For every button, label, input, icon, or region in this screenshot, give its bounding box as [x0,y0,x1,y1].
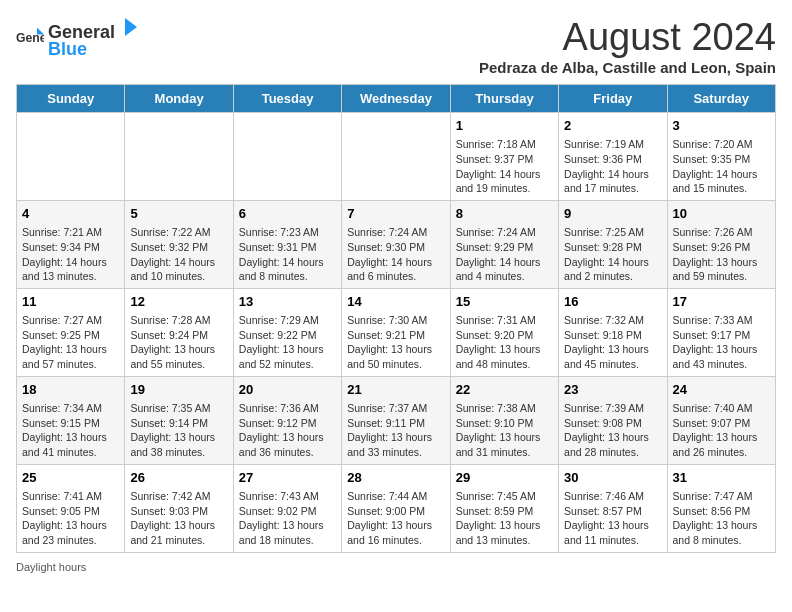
header-row: SundayMondayTuesdayWednesdayThursdayFrid… [17,85,776,113]
day-number: 3 [673,117,770,135]
day-number: 27 [239,469,336,487]
day-number: 11 [22,293,119,311]
day-info: Sunrise: 7:19 AM Sunset: 9:36 PM Dayligh… [564,137,661,196]
calendar-cell: 10Sunrise: 7:26 AM Sunset: 9:26 PM Dayli… [667,200,775,288]
day-number: 23 [564,381,661,399]
day-info: Sunrise: 7:46 AM Sunset: 8:57 PM Dayligh… [564,489,661,548]
calendar-cell: 6Sunrise: 7:23 AM Sunset: 9:31 PM Daylig… [233,200,341,288]
day-info: Sunrise: 7:27 AM Sunset: 9:25 PM Dayligh… [22,313,119,372]
day-info: Sunrise: 7:23 AM Sunset: 9:31 PM Dayligh… [239,225,336,284]
calendar-cell: 30Sunrise: 7:46 AM Sunset: 8:57 PM Dayli… [559,464,667,552]
day-info: Sunrise: 7:25 AM Sunset: 9:28 PM Dayligh… [564,225,661,284]
calendar-cell: 25Sunrise: 7:41 AM Sunset: 9:05 PM Dayli… [17,464,125,552]
week-row-4: 18Sunrise: 7:34 AM Sunset: 9:15 PM Dayli… [17,376,776,464]
calendar-cell: 20Sunrise: 7:36 AM Sunset: 9:12 PM Dayli… [233,376,341,464]
day-info: Sunrise: 7:42 AM Sunset: 9:03 PM Dayligh… [130,489,227,548]
calendar-cell [233,113,341,201]
day-number: 25 [22,469,119,487]
calendar-cell: 4Sunrise: 7:21 AM Sunset: 9:34 PM Daylig… [17,200,125,288]
day-number: 14 [347,293,444,311]
day-info: Sunrise: 7:21 AM Sunset: 9:34 PM Dayligh… [22,225,119,284]
week-row-5: 25Sunrise: 7:41 AM Sunset: 9:05 PM Dayli… [17,464,776,552]
day-number: 1 [456,117,553,135]
day-number: 18 [22,381,119,399]
calendar-cell: 26Sunrise: 7:42 AM Sunset: 9:03 PM Dayli… [125,464,233,552]
week-row-3: 11Sunrise: 7:27 AM Sunset: 9:25 PM Dayli… [17,288,776,376]
calendar-cell: 17Sunrise: 7:33 AM Sunset: 9:17 PM Dayli… [667,288,775,376]
day-number: 30 [564,469,661,487]
day-header-friday: Friday [559,85,667,113]
day-info: Sunrise: 7:44 AM Sunset: 9:00 PM Dayligh… [347,489,444,548]
day-number: 16 [564,293,661,311]
day-info: Sunrise: 7:40 AM Sunset: 9:07 PM Dayligh… [673,401,770,460]
day-info: Sunrise: 7:36 AM Sunset: 9:12 PM Dayligh… [239,401,336,460]
day-number: 22 [456,381,553,399]
day-info: Sunrise: 7:20 AM Sunset: 9:35 PM Dayligh… [673,137,770,196]
day-info: Sunrise: 7:24 AM Sunset: 9:29 PM Dayligh… [456,225,553,284]
month-title: August 2024 [479,16,776,59]
day-info: Sunrise: 7:47 AM Sunset: 8:56 PM Dayligh… [673,489,770,548]
calendar-cell: 19Sunrise: 7:35 AM Sunset: 9:14 PM Dayli… [125,376,233,464]
day-number: 7 [347,205,444,223]
day-number: 4 [22,205,119,223]
calendar-cell: 22Sunrise: 7:38 AM Sunset: 9:10 PM Dayli… [450,376,558,464]
day-number: 13 [239,293,336,311]
day-number: 19 [130,381,227,399]
day-info: Sunrise: 7:39 AM Sunset: 9:08 PM Dayligh… [564,401,661,460]
footer-note: Daylight hours [16,561,776,573]
day-header-monday: Monday [125,85,233,113]
calendar-cell: 24Sunrise: 7:40 AM Sunset: 9:07 PM Dayli… [667,376,775,464]
calendar-cell: 18Sunrise: 7:34 AM Sunset: 9:15 PM Dayli… [17,376,125,464]
calendar-cell: 8Sunrise: 7:24 AM Sunset: 9:29 PM Daylig… [450,200,558,288]
day-number: 15 [456,293,553,311]
calendar-cell: 28Sunrise: 7:44 AM Sunset: 9:00 PM Dayli… [342,464,450,552]
day-header-sunday: Sunday [17,85,125,113]
day-number: 28 [347,469,444,487]
calendar-cell: 31Sunrise: 7:47 AM Sunset: 8:56 PM Dayli… [667,464,775,552]
calendar-cell: 15Sunrise: 7:31 AM Sunset: 9:20 PM Dayli… [450,288,558,376]
logo-triangle [117,16,139,38]
day-info: Sunrise: 7:41 AM Sunset: 9:05 PM Dayligh… [22,489,119,548]
day-info: Sunrise: 7:37 AM Sunset: 9:11 PM Dayligh… [347,401,444,460]
calendar-cell: 23Sunrise: 7:39 AM Sunset: 9:08 PM Dayli… [559,376,667,464]
day-number: 8 [456,205,553,223]
day-number: 29 [456,469,553,487]
logo: General General Blue [16,16,141,60]
calendar-cell [342,113,450,201]
calendar-cell [125,113,233,201]
day-number: 24 [673,381,770,399]
day-header-saturday: Saturday [667,85,775,113]
day-info: Sunrise: 7:31 AM Sunset: 9:20 PM Dayligh… [456,313,553,372]
day-info: Sunrise: 7:32 AM Sunset: 9:18 PM Dayligh… [564,313,661,372]
day-number: 2 [564,117,661,135]
day-number: 12 [130,293,227,311]
day-info: Sunrise: 7:18 AM Sunset: 9:37 PM Dayligh… [456,137,553,196]
day-number: 26 [130,469,227,487]
day-number: 31 [673,469,770,487]
svg-marker-2 [125,18,137,36]
day-number: 5 [130,205,227,223]
header: General General Blue August 2024 Pedraza… [16,16,776,76]
day-number: 20 [239,381,336,399]
day-info: Sunrise: 7:34 AM Sunset: 9:15 PM Dayligh… [22,401,119,460]
day-info: Sunrise: 7:45 AM Sunset: 8:59 PM Dayligh… [456,489,553,548]
calendar-table: SundayMondayTuesdayWednesdayThursdayFrid… [16,84,776,553]
calendar-cell: 27Sunrise: 7:43 AM Sunset: 9:02 PM Dayli… [233,464,341,552]
calendar-cell: 5Sunrise: 7:22 AM Sunset: 9:32 PM Daylig… [125,200,233,288]
day-info: Sunrise: 7:35 AM Sunset: 9:14 PM Dayligh… [130,401,227,460]
logo-icon: General [16,24,44,52]
calendar-cell: 14Sunrise: 7:30 AM Sunset: 9:21 PM Dayli… [342,288,450,376]
day-info: Sunrise: 7:28 AM Sunset: 9:24 PM Dayligh… [130,313,227,372]
calendar-cell: 9Sunrise: 7:25 AM Sunset: 9:28 PM Daylig… [559,200,667,288]
calendar-cell: 1Sunrise: 7:18 AM Sunset: 9:37 PM Daylig… [450,113,558,201]
day-info: Sunrise: 7:38 AM Sunset: 9:10 PM Dayligh… [456,401,553,460]
day-header-thursday: Thursday [450,85,558,113]
day-info: Sunrise: 7:26 AM Sunset: 9:26 PM Dayligh… [673,225,770,284]
title-area: August 2024 Pedraza de Alba, Castille an… [479,16,776,76]
day-number: 6 [239,205,336,223]
location-title: Pedraza de Alba, Castille and Leon, Spai… [479,59,776,76]
calendar-cell: 12Sunrise: 7:28 AM Sunset: 9:24 PM Dayli… [125,288,233,376]
day-info: Sunrise: 7:22 AM Sunset: 9:32 PM Dayligh… [130,225,227,284]
calendar-cell: 11Sunrise: 7:27 AM Sunset: 9:25 PM Dayli… [17,288,125,376]
calendar-cell: 13Sunrise: 7:29 AM Sunset: 9:22 PM Dayli… [233,288,341,376]
